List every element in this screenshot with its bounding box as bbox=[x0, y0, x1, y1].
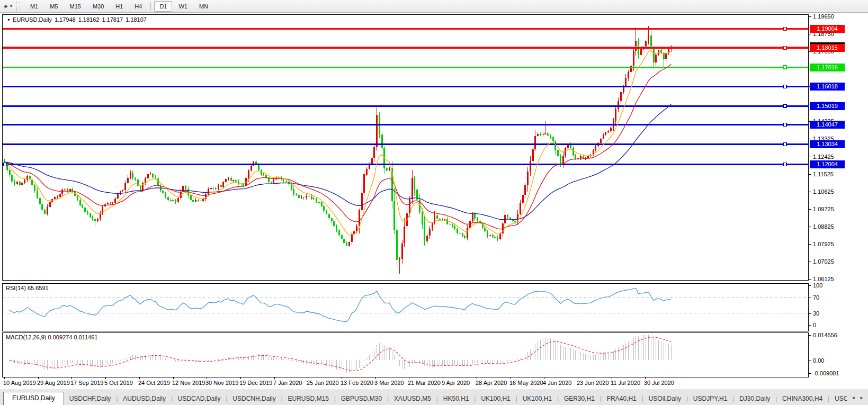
price-axis-tick bbox=[809, 244, 811, 245]
rsi-pane-canvas[interactable]: RSI(14) 65.6591 bbox=[2, 283, 809, 331]
timeframe-button-m5[interactable]: M5 bbox=[44, 1, 63, 12]
timeframe-button-d1[interactable]: D1 bbox=[154, 1, 172, 12]
collapse-triangle-icon[interactable]: ▼ bbox=[7, 18, 11, 22]
chart-tab-china300-h4[interactable]: CHINA300,H4 bbox=[777, 392, 828, 405]
price-level-label[interactable]: 1.13034 bbox=[810, 140, 845, 148]
timeframe-button-h1[interactable]: H1 bbox=[110, 1, 128, 12]
timeframe-button-h4[interactable]: H4 bbox=[129, 1, 147, 12]
price-level-label[interactable]: 1.16018 bbox=[810, 83, 845, 91]
price-axis-tick-label: 1.07025 bbox=[813, 258, 834, 265]
price-axis-tick-label: 1.07925 bbox=[813, 241, 834, 247]
chart-tab-eurusd-daily[interactable]: EURUSD,Daily bbox=[3, 392, 64, 405]
price-axis-tick bbox=[809, 157, 811, 157]
price-axis-tick-label: 1.16950 bbox=[813, 66, 834, 72]
level-marker[interactable] bbox=[783, 47, 786, 50]
price-axis-tick bbox=[809, 174, 811, 175]
ma-fast-line bbox=[5, 51, 672, 235]
date-axis-label: 9 Apr 2020 bbox=[442, 380, 470, 386]
date-axis-label: 23 Jun 2020 bbox=[577, 380, 609, 386]
macd-axis-tick-label: 0.014556 bbox=[813, 332, 837, 338]
price-axis-tick bbox=[809, 51, 811, 52]
macd-axis-tick bbox=[809, 335, 811, 336]
date-axis-label: 30 Nov 2019 bbox=[205, 380, 238, 386]
macd-pane-canvas[interactable]: MACD(12,26,9) 0.009274 0.011461 bbox=[2, 332, 809, 377]
price-level-label[interactable]: 1.12004 bbox=[810, 160, 845, 168]
level-marker[interactable] bbox=[4, 163, 7, 166]
price-axis-tick-label: 1.10625 bbox=[813, 188, 834, 195]
timeframe-button-w1[interactable]: W1 bbox=[173, 1, 193, 12]
price-level-line[interactable] bbox=[3, 143, 808, 145]
chart-tab-uk100-h1[interactable]: UK100,H1 bbox=[476, 392, 515, 405]
price-level-line[interactable] bbox=[3, 124, 808, 125]
timeframe-button-m30[interactable]: M30 bbox=[87, 1, 109, 12]
level-marker[interactable] bbox=[783, 143, 786, 146]
chart-tab-uk100-h1[interactable]: UK100,H1 bbox=[517, 392, 557, 405]
chart-tab-usdjpy-h1[interactable]: USDJPY,H1 bbox=[688, 392, 732, 405]
price-axis-tick-label: 1.18750 bbox=[813, 31, 834, 37]
date-axis-label: 12 Nov 2019 bbox=[172, 380, 205, 386]
price-axis-tick-label: 1.08825 bbox=[813, 223, 834, 230]
price-level-line[interactable] bbox=[3, 86, 808, 87]
level-marker[interactable] bbox=[783, 28, 786, 31]
chart-tab-hk50-h1[interactable]: HK50,H1 bbox=[438, 392, 475, 405]
price-level-line[interactable] bbox=[3, 164, 808, 165]
rsi-label: RSI(14) 65.6591 bbox=[6, 285, 49, 291]
price-level-label[interactable]: 1.17016 bbox=[810, 64, 845, 71]
rsi-axis-tick bbox=[809, 313, 811, 314]
level-marker[interactable] bbox=[783, 163, 786, 166]
timeframe-button-m1[interactable]: M1 bbox=[25, 1, 43, 12]
info-low: 1.17817 bbox=[102, 16, 123, 23]
price-level-label[interactable]: 1.19004 bbox=[810, 25, 845, 33]
tab-scroll-left-button[interactable]: ◄ bbox=[851, 395, 855, 400]
price-level-label[interactable]: 1.14047 bbox=[810, 121, 845, 129]
level-marker[interactable] bbox=[783, 66, 786, 69]
chart-tab-bar: EURUSD,DailyUSDCHF,Daily|AUDUSD,Daily|US… bbox=[0, 390, 868, 405]
price-level-label[interactable]: 1.15019 bbox=[810, 102, 845, 110]
price-level-line[interactable] bbox=[3, 28, 808, 30]
bid-price-line bbox=[3, 46, 808, 47]
chart-tab-dj30-daily[interactable]: DJ30,Daily bbox=[734, 392, 775, 405]
chart-tab-xauusd-m5[interactable]: XAUUSD,M5 bbox=[389, 392, 436, 405]
chart-tab-usdcad-daily[interactable]: USDCAD,Daily bbox=[173, 392, 226, 405]
level-marker[interactable] bbox=[783, 104, 786, 107]
price-axis-tick bbox=[809, 209, 811, 210]
timeframe-button-mn[interactable]: MN bbox=[194, 1, 213, 12]
timeframe-button-m15[interactable]: M15 bbox=[64, 1, 86, 12]
price-axis-tick bbox=[809, 227, 811, 227]
date-axis-label: 25 Jan 2020 bbox=[307, 380, 339, 386]
chart-tab-usoil-daily[interactable]: USOil,Daily bbox=[643, 392, 686, 405]
toolbar-grip-handle[interactable] bbox=[16, 2, 20, 11]
macd-label: MACD(12,26,9) 0.009274 0.011461 bbox=[6, 334, 97, 340]
price-axis-tick bbox=[809, 139, 811, 139]
date-axis-label: 16 May 2020 bbox=[509, 380, 543, 386]
date-axis-label: 3 Mar 2020 bbox=[374, 380, 404, 386]
info-open: 1.17948 bbox=[55, 16, 76, 23]
chart-tab-eurusd-m15[interactable]: EURUSD,M15 bbox=[283, 392, 334, 405]
date-axis-label: 19 Dec 2019 bbox=[239, 380, 272, 386]
price-axis-tick-label: 1.06125 bbox=[813, 276, 834, 282]
chart-tab-gbpusd-m30[interactable]: GBPUSD,M30 bbox=[336, 392, 387, 405]
price-chart-canvas[interactable]: ▼EURUSD,Daily1.179481.181621.178171.1810… bbox=[2, 14, 809, 281]
tab-scroll-arrows: ◄ ► bbox=[847, 390, 868, 405]
tab-scroll-right-button[interactable]: ► bbox=[860, 395, 864, 400]
chart-tab-ger30-h1[interactable]: GER30,H1 bbox=[559, 392, 600, 405]
price-level-line[interactable] bbox=[3, 105, 808, 107]
level-marker[interactable] bbox=[783, 85, 786, 88]
price-level-label[interactable]: 1.18015 bbox=[810, 44, 845, 52]
macd-axis-tick-label: -0.009001 bbox=[813, 370, 839, 376]
macd-axis-tick bbox=[809, 361, 811, 361]
chart-tab-audusd-daily[interactable]: AUDUSD,Daily bbox=[118, 392, 171, 405]
mt4-chart-window: ⌖ ▾ M1M5M15M30H1H4D1W1MN ▼EURUSD,Daily1.… bbox=[0, 0, 868, 405]
moving-averages-layer bbox=[5, 51, 672, 235]
chart-tab-usdchf-daily[interactable]: USDCHF,Daily bbox=[64, 392, 117, 405]
timeframe-button-group: M1M5M15M30H1H4D1W1MN bbox=[24, 1, 214, 12]
dropdown-caret-icon[interactable]: ▾ bbox=[10, 4, 12, 8]
price-level-line[interactable] bbox=[3, 47, 808, 49]
price-level-line[interactable] bbox=[3, 67, 808, 68]
date-axis-label: 30 Jul 2020 bbox=[644, 380, 674, 386]
chart-tab-fra40-h1[interactable]: FRA40,H1 bbox=[602, 392, 642, 405]
cursor-tool-icon[interactable]: ⌖ bbox=[4, 1, 8, 12]
chart-tab-usdcnh-daily[interactable]: USDCNH,Daily bbox=[227, 392, 281, 405]
chart-tab-usoil-h[interactable]: USOil,H bbox=[829, 392, 847, 405]
level-marker[interactable] bbox=[783, 123, 786, 127]
